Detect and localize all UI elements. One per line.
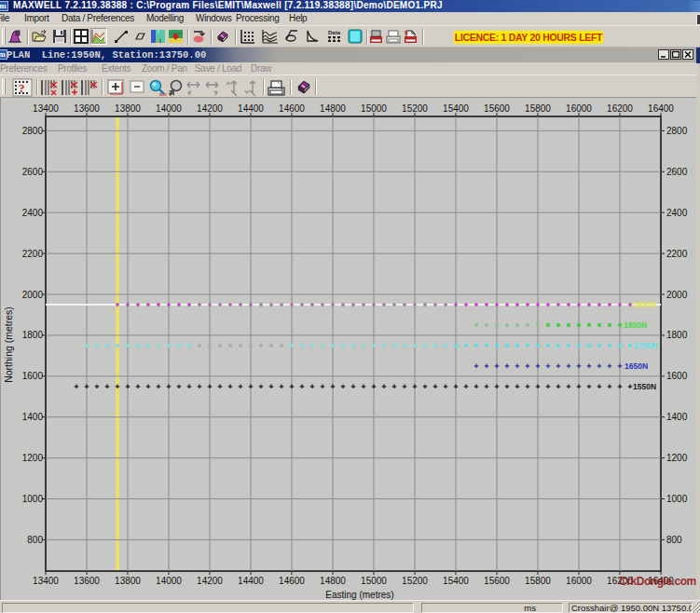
svg-text:15000: 15000 [361,103,387,114]
svg-text:1200: 1200 [666,453,688,463]
svg-text:1200: 1200 [22,453,44,463]
svg-text:14800: 14800 [320,576,346,586]
svg-text:N: N [405,30,408,35]
svg-text:1550N: 1550N [633,382,656,391]
svg-text:2200: 2200 [22,249,44,259]
svg-text:1000: 1000 [22,494,44,504]
svg-text:14600: 14600 [279,103,305,114]
svg-text:Northing (metres): Northing (metres) [3,306,14,383]
svg-text:14400: 14400 [238,103,264,114]
svg-text:16000: 16000 [566,576,592,586]
svg-text:1950N: 1950N [633,300,656,309]
svg-text:13400: 13400 [33,103,59,114]
svg-text:15600: 15600 [484,103,510,114]
svg-text:2600: 2600 [22,167,44,177]
svg-text:15200: 15200 [402,103,428,114]
svg-text:1850N: 1850N [624,320,647,330]
svg-text:2400: 2400 [22,208,44,218]
svg-text:15000: 15000 [361,576,387,586]
svg-text:?: ? [19,81,25,95]
svg-text:1000: 1000 [666,494,688,504]
svg-text:14200: 14200 [197,576,223,586]
svg-text:Data: Data [328,30,341,35]
svg-text:Easting (metres): Easting (metres) [325,590,393,600]
svg-text:13600: 13600 [74,576,100,586]
svg-text:1800: 1800 [666,330,688,340]
svg-text:2000: 2000 [22,290,44,300]
svg-text:15400: 15400 [443,103,469,114]
svg-text:800: 800 [27,535,43,545]
svg-text:2200: 2200 [666,249,688,259]
svg-text:1750N: 1750N [634,341,657,350]
svg-text:2000: 2000 [666,290,688,300]
svg-text:15600: 15600 [484,576,510,586]
svg-text:13400: 13400 [33,576,59,586]
svg-text:800: 800 [666,535,682,545]
svg-text:2400: 2400 [666,208,688,218]
svg-text:14000: 14000 [156,103,182,114]
svg-text:14200: 14200 [197,103,223,114]
svg-text:16200: 16200 [607,103,633,114]
svg-text:16400: 16400 [648,103,674,114]
svg-text:2800: 2800 [22,126,44,136]
svg-text:15800: 15800 [525,103,551,114]
svg-text:1400: 1400 [22,412,44,422]
svg-text:1400: 1400 [666,412,688,422]
svg-text:14400: 14400 [238,576,264,586]
svg-text:15800: 15800 [525,576,551,586]
svg-text:16000: 16000 [566,103,592,114]
svg-text:14800: 14800 [320,103,346,114]
svg-text:15400: 15400 [443,576,469,586]
svg-text:1600: 1600 [22,371,44,381]
svg-text:13800: 13800 [115,103,141,114]
svg-text:13800: 13800 [115,576,141,586]
svg-text:14600: 14600 [279,576,305,586]
svg-text:2600: 2600 [666,167,688,177]
svg-text:1600: 1600 [666,371,688,381]
svg-text:1800: 1800 [22,330,44,340]
svg-text:13600: 13600 [74,103,100,114]
svg-text:2800: 2800 [666,126,688,136]
svg-text:15200: 15200 [402,576,428,586]
svg-text:14000: 14000 [156,576,182,586]
svg-text:1650N: 1650N [625,361,648,371]
